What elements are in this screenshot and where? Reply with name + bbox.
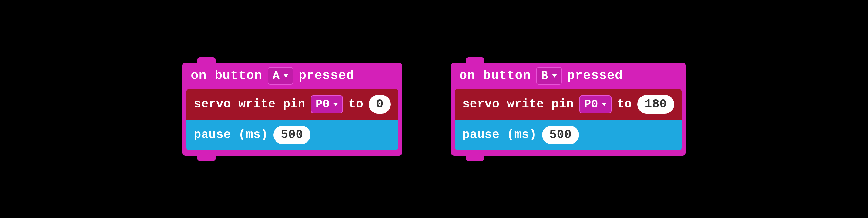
to-label-b: to xyxy=(617,98,632,111)
servo-block-a: servo write pin P0 to 0 xyxy=(186,89,398,120)
servo-value-b[interactable]: 180 xyxy=(637,95,674,114)
inner-stack-a: servo write pin P0 to 0 pause (ms) 500 xyxy=(182,89,402,156)
hat-prefix-b: on button xyxy=(459,68,531,83)
pin-dropdown-b[interactable]: P0 xyxy=(579,96,612,113)
button-dropdown-a[interactable]: A xyxy=(268,67,293,85)
pause-label-a: pause (ms) xyxy=(194,128,268,142)
pause-value-a[interactable]: 500 xyxy=(274,126,310,144)
button-dropdown-b[interactable]: B xyxy=(536,67,562,85)
pause-block-b: pause (ms) 500 xyxy=(455,120,682,150)
pin-dropdown-a[interactable]: P0 xyxy=(311,96,343,113)
servo-label-b: servo write pin xyxy=(462,98,574,111)
pause-block-a: pause (ms) 500 xyxy=(186,120,398,150)
button-label-a: A xyxy=(273,69,280,82)
hat-row-b: on button B pressed xyxy=(451,63,686,89)
inner-stack-b: servo write pin P0 to 180 pause (ms) 500 xyxy=(451,89,686,156)
servo-block-b: servo write pin P0 to 180 xyxy=(455,89,682,120)
outer-block-b: on button B pressed servo write pin P0 t… xyxy=(451,63,686,156)
hat-suffix-a: pressed xyxy=(299,68,354,83)
pin-arrow-a xyxy=(333,103,338,106)
servo-value-a[interactable]: 0 xyxy=(369,95,391,114)
dropdown-arrow-b xyxy=(552,74,557,77)
pin-label-b: P0 xyxy=(584,98,598,111)
servo-label-a: servo write pin xyxy=(194,98,305,111)
pin-arrow-b xyxy=(602,103,607,106)
to-label-a: to xyxy=(348,98,363,111)
pin-label-a: P0 xyxy=(316,98,330,111)
dropdown-arrow-a xyxy=(283,74,288,77)
hat-row-a: on button A pressed xyxy=(182,63,402,89)
outer-block-a: on button A pressed servo write pin P0 t… xyxy=(182,63,402,156)
pause-label-b: pause (ms) xyxy=(462,128,537,142)
block-group-a: on button A pressed servo write pin P0 t… xyxy=(182,63,402,156)
hat-prefix-a: on button xyxy=(191,68,262,83)
pause-value-b[interactable]: 500 xyxy=(542,126,579,144)
hat-suffix-b: pressed xyxy=(567,68,623,83)
button-label-b: B xyxy=(541,69,549,82)
block-group-b: on button B pressed servo write pin P0 t… xyxy=(451,63,686,156)
